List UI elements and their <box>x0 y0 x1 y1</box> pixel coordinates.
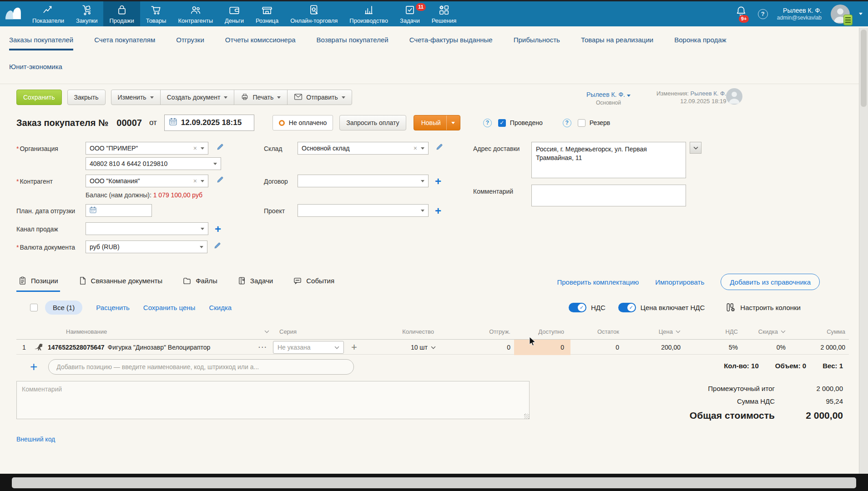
add-position-input[interactable] <box>48 359 354 375</box>
request-payment-button[interactable]: Запросить оплату <box>339 115 406 130</box>
warehouse-edit-icon[interactable] <box>436 143 443 152</box>
col-quantity[interactable]: Количество <box>402 328 438 335</box>
reprice-link[interactable]: Расценить <box>96 304 129 311</box>
ship-date-input[interactable] <box>86 204 152 217</box>
reserve-checkbox[interactable] <box>578 119 585 127</box>
tab-otgruzki[interactable]: Отгрузки <box>176 36 204 50</box>
tab-yunit-ekonomika[interactable]: Юнит-экономика <box>9 63 62 70</box>
series-select[interactable]: Не указана <box>273 341 344 354</box>
tab-vozvraty-pokupateley[interactable]: Возвраты покупателей <box>317 36 389 50</box>
add-from-catalog-button[interactable]: Добавить из справочника <box>721 274 820 290</box>
nav-item-proizvodstvo[interactable]: Производство <box>343 1 394 26</box>
reserve-help-icon[interactable]: ? <box>563 119 571 127</box>
select-all-checkbox[interactable] <box>30 304 38 311</box>
import-link[interactable]: Импортировать <box>655 278 704 286</box>
notifications-button[interactable]: 9+ <box>735 5 749 23</box>
external-code-link[interactable]: Внешний код <box>16 436 55 443</box>
discount-link[interactable]: Скидка <box>209 304 232 311</box>
textarea-resize-handle[interactable] <box>524 414 529 419</box>
add-contract-button[interactable]: + <box>435 176 441 187</box>
delivery-address-input[interactable]: Россия, г. Медвежьегорск, ул. Первая Тра… <box>531 142 686 178</box>
col-available[interactable]: Доступно <box>538 328 570 335</box>
clear-icon[interactable]: × <box>414 145 417 152</box>
tab-zakazy-pokupateley[interactable]: Заказы покупателей <box>9 36 73 50</box>
order-date-input[interactable]: 12.09.2025 18:15 <box>164 115 254 131</box>
nav-item-zakupki[interactable]: Закупки <box>70 1 103 26</box>
order-comment-textarea[interactable] <box>16 381 530 419</box>
row-menu-dots[interactable]: ··· <box>258 344 273 351</box>
comment-field-input[interactable] <box>531 185 686 206</box>
col-vat[interactable]: НДС <box>725 328 742 335</box>
nav-item-dengi[interactable]: Деньги <box>219 1 250 26</box>
owner-selector[interactable]: Рылеев К. Ф. Основной <box>586 90 631 106</box>
user-avatar[interactable] <box>831 5 850 24</box>
scrollbar-thumb[interactable] <box>861 30 867 107</box>
tab-scheta-faktury[interactable]: Счета-фактуры выданные <box>409 36 493 50</box>
item-thumbnail-dinosaur-icon[interactable] <box>34 342 46 353</box>
currency-edit-icon[interactable] <box>214 242 221 251</box>
configure-columns-button[interactable]: Настроить колонки <box>726 302 801 312</box>
organization-edit-icon[interactable] <box>217 143 224 152</box>
nav-item-roznitsa[interactable]: Розница <box>250 1 284 26</box>
nav-item-zadachi[interactable]: Задачи 11 <box>394 1 426 26</box>
status-dropdown-button[interactable]: Новый <box>414 115 460 130</box>
vat-toggle[interactable]: ✓ <box>569 303 586 312</box>
tab-voronka-prodazh[interactable]: Воронка продаж <box>674 36 726 50</box>
currency-select[interactable]: руб (RUB) <box>86 240 207 253</box>
tab-pozitsii[interactable]: Позиции <box>16 272 60 292</box>
add-sales-channel-button[interactable]: + <box>215 224 221 235</box>
tab-otchety-komissionera[interactable]: Отчеты комиссионера <box>225 36 296 50</box>
user-menu-chevron-icon[interactable] <box>859 13 863 15</box>
organization-account-select[interactable]: 40802 810 4 6442 0129810 <box>86 157 221 170</box>
organization-select[interactable]: ООО "ПРИМЕР"× <box>86 142 208 155</box>
tab-fayly[interactable]: Файлы <box>181 272 219 292</box>
tab-scheta-pokupatelyam[interactable]: Счета покупателям <box>94 36 155 50</box>
tab-pribylnost[interactable]: Прибыльность <box>514 36 560 50</box>
nav-item-resheniya[interactable]: Решения <box>426 1 462 26</box>
close-button[interactable]: Закрыть <box>67 90 106 105</box>
app-logo[interactable] <box>0 1 26 26</box>
nav-item-pokazateli[interactable]: Показатели <box>26 1 70 26</box>
tab-zadachi[interactable]: Задачи <box>236 272 275 292</box>
item-code[interactable]: 1476522528075647 <box>48 344 105 351</box>
order-number[interactable]: 00007 <box>116 118 142 128</box>
vat-cell[interactable]: 5% <box>729 344 742 351</box>
held-help-icon[interactable]: ? <box>483 119 492 127</box>
col-shipped[interactable]: Отгруж. <box>489 328 514 335</box>
check-kit-link[interactable]: Проверить комплектацию <box>557 278 639 286</box>
address-expand-button[interactable] <box>690 142 701 154</box>
position-row[interactable]: 1 1476522528075647 Фигурка "Динозавр" Ве… <box>16 339 849 355</box>
nav-item-online-torgovlya[interactable]: Онлайн-торговля <box>284 1 343 26</box>
counterparty-edit-icon[interactable] <box>217 176 224 185</box>
vertical-scrollbar[interactable] <box>859 28 868 474</box>
clear-icon[interactable]: × <box>193 177 197 185</box>
warehouse-select[interactable]: Основной склад× <box>298 142 429 155</box>
add-project-button[interactable]: + <box>435 205 441 216</box>
item-name[interactable]: Фигурка "Динозавр" Велоцираптор <box>108 344 211 351</box>
col-sum[interactable]: Сумма <box>827 328 849 335</box>
price-includes-vat-toggle[interactable]: ✓ <box>618 303 636 312</box>
counterparty-select[interactable]: ООО "Компания"× <box>86 175 208 187</box>
col-name[interactable]: Наименование <box>66 328 107 335</box>
clear-icon[interactable]: × <box>193 145 197 152</box>
col-stock[interactable]: Остаток <box>597 328 623 335</box>
held-checkbox[interactable]: ✓ <box>498 119 506 127</box>
nav-item-prodazhi[interactable]: Продажи <box>103 1 140 26</box>
nav-item-kontragenty[interactable]: Контрагенты <box>172 1 219 26</box>
nav-item-tovary[interactable]: Товары <box>140 1 172 26</box>
tab-sobytiya[interactable]: События <box>291 272 336 292</box>
contract-select[interactable] <box>298 175 429 187</box>
print-button[interactable]: Печать <box>234 90 288 105</box>
filter-all-pill[interactable]: Все (1) <box>45 301 82 315</box>
add-position-plus-button[interactable]: + <box>30 361 37 373</box>
tab-tovary-na-realizatsii[interactable]: Товары на реализации <box>581 36 653 50</box>
send-button[interactable]: Отправить <box>287 90 352 105</box>
help-button[interactable]: ? <box>758 9 768 19</box>
col-price[interactable]: Цена <box>659 328 685 335</box>
create-document-button[interactable]: Создать документ <box>160 90 235 105</box>
add-series-button[interactable]: + <box>351 341 357 353</box>
quantity-cell[interactable]: 10 шт <box>411 344 438 351</box>
edit-button[interactable]: Изменить <box>111 90 161 105</box>
chevron-down-icon[interactable] <box>264 330 269 333</box>
tab-svyazannye-dokumenty[interactable]: Связанные документы <box>76 272 165 292</box>
